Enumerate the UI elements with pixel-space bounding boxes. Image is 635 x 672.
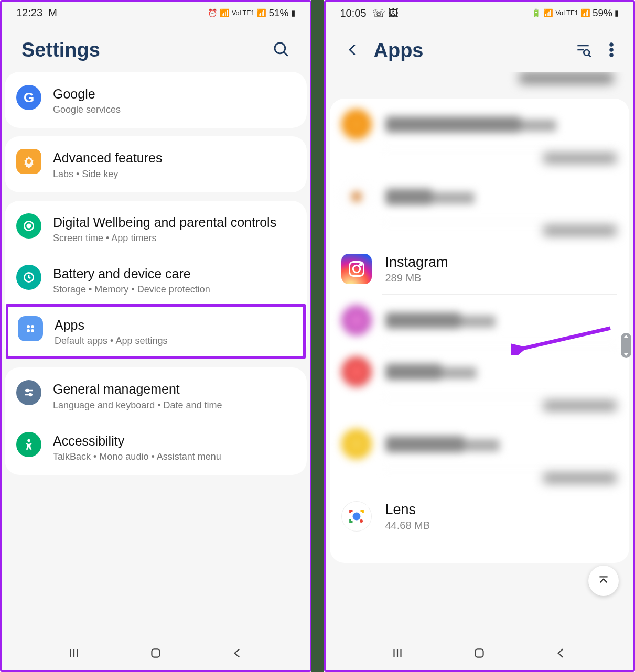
scroll-indicator[interactable] — [621, 333, 631, 358]
scroll-top-button[interactable] — [588, 566, 619, 596]
navbar — [326, 638, 634, 670]
app-row-lens[interactable]: Lens44.68 MB — [330, 491, 630, 542]
status-time: 12:23 M — [16, 7, 57, 19]
apps-list-container: XXXXXXXX XXXXXXXXXXX XXXXXXXXXXX Instagr… — [326, 72, 634, 638]
nav-home-icon[interactable] — [149, 646, 163, 662]
app-row-blurred[interactable]: XXXX XXXXXXXXX — [330, 418, 630, 470]
app-row-blurred[interactable]: XXXXXXXX XXXXXXXXXXX — [330, 99, 630, 150]
app-row-blurred[interactable]: XXXXXXXXXXXXX — [330, 295, 630, 346]
wellbeing-icon — [16, 213, 41, 239]
settings-header: Settings — [2, 23, 310, 72]
svg-point-29 — [360, 519, 363, 523]
settings-item-general[interactable]: General managementLanguage and keyboard … — [5, 370, 307, 421]
screenshot-divider — [311, 0, 324, 672]
svg-point-3 — [27, 224, 31, 227]
svg-point-27 — [360, 264, 362, 266]
svg-point-22 — [610, 42, 613, 46]
app-name: Lens — [385, 502, 430, 518]
svg-point-6 — [31, 325, 34, 328]
statusbar: 10:05 ☏ 🖼 🔋 📶 VoLTE1 📶 59% ▮ — [326, 2, 634, 24]
svg-point-12 — [29, 394, 31, 396]
phone-settings: 12:23 M ⏰ 📶 VoLTE1 📶 51% ▮ Settings G Go… — [0, 0, 311, 672]
svg-point-26 — [353, 265, 360, 273]
statusbar: 12:23 M ⏰ 📶 VoLTE1 📶 51% ▮ — [2, 2, 310, 23]
status-time: 10:05 ☏ 🖼 — [340, 7, 399, 19]
svg-point-7 — [27, 329, 30, 332]
blurred-label — [330, 470, 630, 491]
back-icon[interactable] — [346, 42, 360, 59]
settings-item-google[interactable]: G GoogleGoogle services — [16, 74, 295, 126]
svg-point-13 — [27, 439, 30, 441]
accessibility-icon — [16, 432, 41, 457]
page-title: Settings — [21, 39, 100, 61]
svg-rect-35 — [476, 649, 483, 657]
status-right: 🔋 📶 VoLTE1 📶 59% ▮ — [531, 7, 619, 19]
whatsapp-icon: ☏ — [372, 7, 385, 19]
svg-line-21 — [589, 55, 591, 57]
svg-point-0 — [274, 42, 285, 53]
settings-item-accessibility[interactable]: AccessibilityTalkBack • Mono audio • Ass… — [5, 421, 307, 473]
settings-item-advanced[interactable]: Advanced featuresLabs • Side key — [5, 138, 307, 190]
svg-point-23 — [610, 48, 613, 51]
svg-point-5 — [27, 325, 30, 328]
blurred-label — [330, 222, 630, 243]
sliders-icon — [16, 380, 41, 405]
highlight-apps: AppsDefault apps • App settings — [6, 304, 306, 359]
blurred-label — [330, 150, 630, 171]
nav-home-icon[interactable] — [472, 646, 486, 662]
nav-recent-icon[interactable] — [391, 646, 404, 662]
svg-line-1 — [284, 52, 287, 56]
gear-icon — [16, 149, 41, 174]
blurred-label — [330, 397, 630, 418]
svg-point-24 — [610, 53, 613, 56]
status-right: ⏰ 📶 VoLTE1 📶 51% ▮ — [208, 7, 295, 19]
phone-apps: 10:05 ☏ 🖼 🔋 📶 VoLTE1 📶 59% ▮ Apps XXXXXX… — [324, 0, 636, 672]
svg-point-8 — [31, 329, 34, 332]
device-care-icon — [16, 265, 41, 290]
apps-icon — [18, 316, 43, 341]
gmail-icon: M — [48, 7, 57, 18]
svg-point-28 — [352, 513, 360, 521]
google-icon: G — [16, 85, 41, 110]
navbar — [2, 638, 310, 670]
settings-item-apps[interactable]: AppsDefault apps • App settings — [8, 307, 303, 356]
app-size: 44.68 MB — [385, 519, 430, 532]
search-icon[interactable] — [272, 40, 290, 60]
settings-item-wellbeing[interactable]: Digital Wellbeing and parental controlsS… — [5, 203, 307, 254]
app-row-blurred[interactable]: XXXXXXXXXXX — [330, 346, 630, 397]
svg-rect-17 — [152, 649, 159, 657]
settings-item-battery[interactable]: Battery and device careStorage • Memory … — [5, 254, 307, 306]
app-row-blurred[interactable]: XXXXXXXXXXX — [330, 171, 630, 222]
app-size: 289 MB — [385, 272, 448, 284]
settings-list: G GoogleGoogle services Advanced feature… — [2, 72, 310, 638]
lens-icon — [341, 501, 372, 532]
svg-point-20 — [584, 50, 589, 56]
svg-point-10 — [26, 389, 28, 392]
nav-back-icon[interactable] — [231, 646, 244, 662]
filter-search-icon[interactable] — [575, 41, 591, 60]
instagram-icon — [341, 254, 372, 284]
blurred-header — [340, 72, 619, 93]
nav-back-icon[interactable] — [554, 646, 568, 662]
app-row-instagram[interactable]: Instagram289 MB — [330, 243, 630, 295]
page-title: Apps — [374, 39, 424, 62]
apps-header: Apps — [326, 24, 634, 72]
image-icon: 🖼 — [388, 7, 399, 19]
nav-recent-icon[interactable] — [67, 646, 81, 662]
app-name: Instagram — [385, 254, 448, 270]
more-icon[interactable] — [609, 42, 614, 60]
